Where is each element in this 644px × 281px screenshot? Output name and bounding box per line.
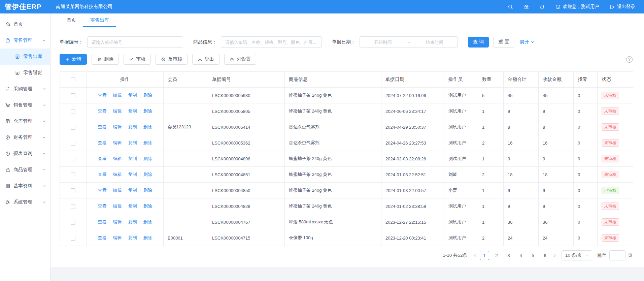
select-all-header[interactable] [60, 72, 87, 88]
edit-link[interactable]: 编辑 [113, 203, 122, 209]
date-end-input[interactable] [413, 40, 455, 45]
view-link[interactable]: 查看 [98, 203, 107, 209]
select-all-checkbox[interactable] [71, 77, 75, 82]
sidebar-item-3[interactable]: 销售管理 [0, 97, 50, 113]
edit-link[interactable]: 编辑 [113, 108, 122, 114]
view-link[interactable]: 查看 [98, 156, 107, 162]
row-checkbox[interactable] [71, 109, 75, 114]
tab-0[interactable]: 首页 [60, 13, 83, 27]
row-checkbox[interactable] [71, 188, 75, 193]
row-checkbox[interactable] [71, 125, 75, 130]
tab-1[interactable]: 零售出库 [83, 13, 116, 27]
export-button[interactable]: 导出 [192, 54, 219, 65]
copy-link[interactable]: 复制 [128, 108, 137, 114]
copy-link[interactable]: 复制 [128, 156, 137, 162]
sidebar-item-7[interactable]: 商品管理 [0, 162, 50, 178]
row-checkbox[interactable] [71, 141, 75, 146]
edit-link[interactable]: 编辑 [113, 156, 122, 162]
row-checkbox[interactable] [71, 220, 75, 225]
view-link[interactable]: 查看 [98, 124, 107, 130]
view-link[interactable]: 查看 [98, 108, 107, 114]
row-checkbox[interactable] [71, 157, 75, 161]
product-input[interactable] [221, 36, 322, 48]
welcome-user[interactable]: 欢迎您，测试用户 [555, 4, 599, 10]
sidebar-item-0[interactable]: 首页 [0, 16, 50, 32]
copy-link[interactable]: 复制 [128, 124, 137, 130]
bell-icon[interactable] [539, 4, 545, 10]
row-checkbox[interactable] [71, 204, 75, 209]
delete-link[interactable]: 删除 [143, 156, 152, 162]
column-settings-button[interactable]: 列设置 [224, 54, 256, 65]
search-button[interactable]: 查询 [468, 37, 489, 48]
reset-button[interactable]: 重置 [494, 37, 514, 48]
edit-link[interactable]: 编辑 [113, 124, 122, 130]
copy-link[interactable]: 复制 [128, 235, 137, 241]
copy-link[interactable]: 复制 [128, 140, 137, 146]
delete-link[interactable]: 删除 [143, 171, 152, 178]
delete-button[interactable]: 删除 [92, 54, 119, 65]
copy-link[interactable]: 复制 [128, 187, 137, 193]
date-range-picker[interactable]: ~ [360, 36, 458, 48]
logout-button[interactable]: 退出登录 [609, 4, 635, 10]
edit-link[interactable]: 编辑 [113, 219, 122, 225]
sidebar-item-5[interactable]: 财务管理 [0, 129, 50, 146]
edit-link[interactable]: 编辑 [113, 171, 122, 178]
next-page-icon[interactable] [552, 253, 557, 258]
page-number-4[interactable]: 4 [516, 251, 526, 260]
edit-link[interactable]: 编辑 [113, 140, 122, 146]
view-link[interactable]: 查看 [98, 92, 107, 98]
sidebar-item-8[interactable]: 基本资料 [0, 178, 50, 194]
sidebar-item-9[interactable]: 系统管理 [0, 194, 50, 210]
order-no-input[interactable] [87, 36, 183, 48]
sidebar-subitem-1-0[interactable]: 零售出库 [0, 49, 50, 65]
audit-button[interactable]: 审核 [124, 54, 151, 65]
prev-page-icon[interactable] [473, 253, 477, 258]
page-size-select[interactable]: 10 条/页 [562, 250, 592, 260]
date-start-input[interactable] [362, 40, 404, 45]
row-checkbox[interactable] [71, 173, 75, 177]
page-number-1[interactable]: 1 [480, 251, 489, 260]
bank-icon[interactable] [523, 4, 529, 10]
edit-link[interactable]: 编辑 [113, 92, 122, 98]
copy-link[interactable]: 复制 [128, 92, 137, 98]
view-link[interactable]: 查看 [98, 171, 107, 178]
unaudit-button[interactable]: 反审核 [156, 54, 188, 65]
search-icon[interactable] [508, 4, 513, 10]
jump-input[interactable] [609, 250, 625, 260]
view-link[interactable]: 查看 [98, 187, 107, 193]
edit-link[interactable]: 编辑 [113, 235, 122, 241]
page-number-3[interactable]: 3 [504, 251, 513, 260]
view-link[interactable]: 查看 [98, 140, 107, 146]
sidebar-item-1[interactable]: 零售管理 [0, 32, 50, 49]
link-divider [140, 220, 140, 224]
row-checkbox[interactable] [71, 236, 75, 241]
status-badge: 未审核 [602, 139, 619, 147]
row-checkbox[interactable] [71, 93, 75, 98]
delete-link[interactable]: 删除 [143, 235, 152, 241]
add-button[interactable]: 新增 [60, 54, 87, 65]
sidebar-item-2[interactable]: 采购管理 [0, 81, 50, 97]
delete-link[interactable]: 删除 [143, 219, 152, 225]
sidebar-item-6[interactable]: 报表查询 [0, 146, 50, 162]
delete-link[interactable]: 删除 [143, 203, 152, 209]
delete-link[interactable]: 删除 [143, 108, 152, 114]
received-cell: 9 [539, 103, 574, 119]
page-number-2[interactable]: 2 [492, 251, 501, 260]
page-number-5[interactable]: 5 [528, 251, 538, 260]
copy-link[interactable]: 复制 [128, 171, 137, 178]
delete-link[interactable]: 删除 [143, 140, 152, 146]
expand-link[interactable]: 展开 [520, 39, 535, 45]
edit-link[interactable]: 编辑 [113, 187, 122, 193]
view-link[interactable]: 查看 [98, 219, 107, 225]
copy-link[interactable]: 复制 [128, 219, 137, 225]
sidebar-subitem-1-1[interactable]: 零售退货 [0, 65, 50, 81]
delete-link[interactable]: 删除 [143, 92, 152, 98]
view-link[interactable]: 查看 [98, 235, 107, 241]
delete-link[interactable]: 删除 [143, 187, 152, 193]
copy-link[interactable]: 复制 [128, 203, 137, 209]
row-select-cell [60, 183, 87, 198]
help-icon[interactable]: ? [626, 56, 633, 63]
sidebar-item-4[interactable]: 仓库管理 [0, 113, 50, 129]
page-number-6[interactable]: 6 [540, 251, 550, 260]
delete-link[interactable]: 删除 [143, 124, 152, 130]
